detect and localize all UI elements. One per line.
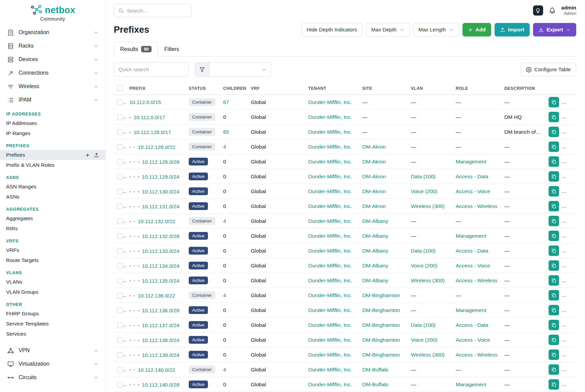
sidebar-item-vrfs[interactable]: VRFs xyxy=(0,245,105,255)
sidebar-item-ip-addresses[interactable]: IP Addresses xyxy=(0,118,105,128)
site-link[interactable]: DM-Akron xyxy=(362,144,386,150)
site-link[interactable]: DM-Albany xyxy=(362,278,388,283)
tab-filters[interactable]: Filters xyxy=(158,42,186,56)
edit-dropdown-button[interactable] xyxy=(572,260,576,271)
copy-button[interactable] xyxy=(549,201,559,211)
tenant-link[interactable]: Dunder-Mifflin, Inc. xyxy=(308,367,352,372)
vlan-link[interactable]: Wireless (300) xyxy=(411,352,445,358)
copy-button[interactable] xyxy=(549,245,559,256)
vlan-link[interactable]: Data (100) xyxy=(411,322,435,328)
tenant-link[interactable]: Dunder-Mifflin, Inc. xyxy=(308,322,352,328)
children-link[interactable]: 4 xyxy=(223,218,226,224)
children-link[interactable]: 4 xyxy=(223,367,226,372)
sidebar-item-racks[interactable]: Racks xyxy=(0,39,105,53)
theme-toggle-button[interactable] xyxy=(533,5,543,16)
row-checkbox[interactable] xyxy=(117,248,123,254)
prefix-link[interactable]: 10.112.139.0/24 xyxy=(142,352,180,358)
prefix-link[interactable]: 10.112.140.0/22 xyxy=(138,367,175,373)
edit-dropdown-button[interactable] xyxy=(572,141,576,152)
tenant-link[interactable]: Dunder-Mifflin, Inc. xyxy=(308,129,352,135)
edit-dropdown-button[interactable] xyxy=(572,349,576,360)
prefix-link[interactable]: 10.112.136.0/22 xyxy=(138,293,175,299)
sidebar-item-services[interactable]: Services xyxy=(0,329,105,339)
sidebar-item-circuits[interactable]: Circuits xyxy=(0,371,105,384)
edit-dropdown-button[interactable] xyxy=(572,245,576,256)
filter-icon[interactable] xyxy=(195,63,209,76)
site-link[interactable]: DM-Albany xyxy=(362,248,388,254)
tenant-link[interactable]: Dunder-Mifflin, Inc. xyxy=(308,218,352,224)
copy-button[interactable] xyxy=(549,171,559,182)
site-link[interactable]: DM-Akron xyxy=(362,188,386,194)
copy-button[interactable] xyxy=(549,379,559,390)
site-link[interactable]: DM-Binghamton xyxy=(362,307,400,313)
row-checkbox[interactable] xyxy=(117,308,123,313)
copy-button[interactable] xyxy=(549,127,559,137)
vlan-link[interactable]: Data (100) xyxy=(411,174,435,179)
role-link[interactable]: Access - Data xyxy=(456,174,488,179)
notifications-button[interactable] xyxy=(549,7,556,14)
hide-depth-indicators-button[interactable]: Hide Depth Indicators xyxy=(301,23,363,36)
max-depth-dropdown[interactable]: Max Depth xyxy=(366,23,410,36)
site-link[interactable]: DM-Albany xyxy=(362,233,388,239)
tenant-link[interactable]: Dunder-Mifflin, Inc. xyxy=(308,382,352,387)
copy-button[interactable] xyxy=(549,305,559,315)
prefix-link[interactable]: 10.112.137.0/24 xyxy=(142,322,180,329)
edit-dropdown-button[interactable] xyxy=(572,97,576,107)
site-link[interactable]: DM-Binghamton xyxy=(362,352,400,358)
site-link[interactable]: DM-Akron xyxy=(362,203,386,209)
role-link[interactable]: Access - Wireless xyxy=(456,278,497,283)
copy-button[interactable] xyxy=(549,320,559,330)
brand-logo[interactable]: netbox Community xyxy=(0,5,105,22)
sidebar-item-aggregates[interactable]: Aggregates xyxy=(0,213,105,224)
edit-dropdown-button[interactable] xyxy=(572,201,576,211)
tenant-link[interactable]: Dunder-Mifflin, Inc. xyxy=(308,114,352,120)
prefix-link[interactable]: 10.112.128.0/28 xyxy=(142,159,180,165)
row-checkbox[interactable] xyxy=(117,322,123,328)
sidebar-item-ipam[interactable]: IPAM xyxy=(0,93,105,107)
tenant-link[interactable]: Dunder-Mifflin, Inc. xyxy=(308,99,352,105)
copy-button[interactable] xyxy=(549,364,559,375)
row-checkbox[interactable] xyxy=(117,159,123,165)
add-button[interactable]: Add xyxy=(462,23,491,36)
tenant-link[interactable]: Dunder-Mifflin, Inc. xyxy=(308,233,352,239)
site-link[interactable]: DM-Buffalo xyxy=(362,367,388,372)
edit-dropdown-button[interactable] xyxy=(572,305,576,315)
copy-button[interactable] xyxy=(549,335,559,345)
role-link[interactable]: Management xyxy=(456,307,486,313)
copy-button[interactable] xyxy=(549,290,559,300)
prefix-link[interactable]: 10.112.132.0/22 xyxy=(138,218,175,225)
sidebar-item-devices[interactable]: Devices xyxy=(0,53,105,66)
import-prefix-button[interactable] xyxy=(94,152,99,158)
role-link[interactable]: Access - Wireless xyxy=(456,352,497,358)
edit-dropdown-button[interactable] xyxy=(572,112,576,122)
sidebar-item-asn-ranges[interactable]: ASN Ranges xyxy=(0,182,105,192)
vlan-link[interactable]: Wireless (300) xyxy=(411,203,445,209)
row-checkbox[interactable] xyxy=(117,263,123,269)
tab-results[interactable]: Results 90 xyxy=(114,42,158,56)
prefix-link[interactable]: 10.112.132.0/28 xyxy=(142,233,180,239)
prefix-link[interactable]: 10.112.136.0/28 xyxy=(142,308,180,314)
role-link[interactable]: Access - Voice xyxy=(456,337,490,343)
sidebar-item-fhrp-groups[interactable]: FHRP Groups xyxy=(0,309,105,319)
row-checkbox[interactable] xyxy=(117,337,123,343)
prefix-link[interactable]: 10.112.130.0/24 xyxy=(142,189,180,195)
row-checkbox[interactable] xyxy=(117,189,123,194)
site-link[interactable]: DM-Buffalo xyxy=(362,382,388,387)
prefix-link[interactable]: 10.112.128.0/22 xyxy=(138,144,175,150)
vlan-link[interactable]: Voice (200) xyxy=(411,337,437,343)
site-link[interactable]: DM-Akron xyxy=(362,174,386,179)
row-checkbox[interactable] xyxy=(117,114,123,120)
copy-button[interactable] xyxy=(549,97,559,107)
edit-dropdown-button[interactable] xyxy=(572,156,576,167)
children-link[interactable]: 65 xyxy=(223,129,229,135)
tenant-link[interactable]: Dunder-Mifflin, Inc. xyxy=(308,307,352,313)
tenant-link[interactable]: Dunder-Mifflin, Inc. xyxy=(308,159,352,164)
copy-button[interactable] xyxy=(549,186,559,197)
row-checkbox[interactable] xyxy=(117,218,123,224)
site-link[interactable]: DM-Akron xyxy=(362,159,386,164)
export-button[interactable]: Export xyxy=(533,23,576,36)
add-prefix-button[interactable] xyxy=(85,152,90,158)
prefix-link[interactable]: 10.112.129.0/24 xyxy=(142,174,180,180)
tenant-link[interactable]: Dunder-Mifflin, Inc. xyxy=(308,263,352,268)
edit-dropdown-button[interactable] xyxy=(572,290,576,300)
